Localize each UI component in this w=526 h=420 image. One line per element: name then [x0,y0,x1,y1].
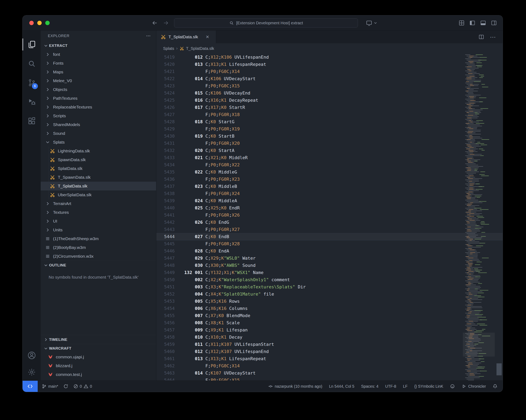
code-line[interactable]: 5455 007 C;X7;K0 BlendMode [156,312,503,319]
tree-item[interactable]: Fonts [41,59,156,68]
code-line[interactable]: 5424 015 C;K106 UVDecayEnd [156,90,503,97]
tab-t-splatdata[interactable]: T_SplatData.slk × [156,31,216,43]
zoom-window-button[interactable] [45,21,50,25]
code-line[interactable]: 5425 016 C;X16;K1 DecayRepeat [156,97,503,104]
debug-activity-button[interactable] [22,92,41,112]
code-line[interactable]: 5459 011 C;X11;K107 UVLifespanStart [156,341,503,348]
customize-layout-button[interactable] [458,20,465,26]
section-extract[interactable]: EXTRACT [41,41,156,50]
code-line[interactable]: 5458 010 C;X10;K1 Decay [156,334,503,341]
tree-item[interactable]: (2)BootyBay.w3m [41,243,156,252]
code-line[interactable]: 5423 F;P0;FG0C;X15 [156,82,503,90]
tree-item[interactable]: ReplaceableTextures [41,103,156,112]
code-line[interactable]: 5450 002 C;X2;K"WaterSplashOnly1" commen… [156,276,503,283]
code-line[interactable]: 5452 004 C;X4;K"Splat01Mature" file [156,291,503,298]
toggle-panel-button[interactable] [480,20,486,26]
section-outline[interactable]: OUTLINE [41,261,156,269]
tree-item[interactable]: Scripts [41,112,156,120]
warcraft-file-item[interactable]: common.ujapi.j [41,353,156,361]
code-line[interactable]: 5436 F;P0;FG0R;X23 [156,176,503,183]
tree-item[interactable]: UI [41,217,156,225]
account-button[interactable] [22,347,41,364]
explorer-activity-button[interactable] [22,35,41,54]
code-line[interactable]: 5432 020 C;K0 StartA [156,147,503,154]
nav-back-button[interactable] [152,20,158,26]
code-line[interactable]: 5442 026 C;K0 EndG [156,219,503,226]
eol-status[interactable]: LF [403,384,408,389]
code-line[interactable]: 5462 F;P0;FG0C;X14 [156,362,503,369]
code-line[interactable]: 5429 F;P0;FG0R;X19 [156,125,503,133]
close-window-button[interactable] [29,21,34,25]
tree-item[interactable]: T_SpawnData.slk [41,173,156,182]
code-line[interactable]: 5422 014 C;K106 UVDecayStart [156,75,503,82]
tree-item[interactable]: UberSplatData.slk [41,190,156,199]
branch-status[interactable]: main* [42,384,58,389]
code-line[interactable]: 5447 029 C;X29;K"WSL0" Water [156,255,503,262]
code-line[interactable]: 5448 030 C;X30;K"AWBS" Sound [156,262,503,269]
tree-item[interactable]: Splats [41,138,156,147]
section-timeline[interactable]: TIMELINE [41,335,156,344]
code-line[interactable]: 5428 018 C;K0 StartG [156,118,503,125]
split-editor-button[interactable] [478,34,484,40]
settings-button[interactable] [22,364,41,380]
tree-item[interactable]: Textures [41,208,156,217]
source-control-activity-button[interactable]: 6 [22,73,41,92]
problems-status[interactable]: 0 0 [73,384,92,389]
toggle-secondary-sidebar-button[interactable] [491,20,497,26]
code-editor[interactable]: 5419 012 C;X12;K106 UVLifespanEnd5420 01… [156,54,503,380]
tab-close-icon[interactable]: × [206,34,209,40]
profile-button[interactable] [366,20,377,26]
section-warcraft[interactable]: WARCRAFT [41,344,156,353]
cursor-position-status[interactable]: Ln 5444, Col 5 [329,384,354,389]
tree-item[interactable]: Objects [41,85,156,94]
tree-item[interactable]: T_SplatData.slk [41,182,156,190]
code-line[interactable]: 5457 009 C;X9;K1 Lifespan [156,327,503,334]
extensions-activity-button[interactable] [22,112,41,131]
code-line[interactable]: 5426 017 C;X17;K0 StartR [156,104,503,111]
code-line[interactable]: 5420 013 C;X13;K1 LifespanRepeat [156,61,503,68]
tree-item[interactable]: Maps [41,68,156,76]
code-line[interactable]: 5431 F;P0;FG0R;X20 [156,140,503,147]
code-line[interactable]: 5446 028 C;K0 EndA [156,247,503,255]
code-line[interactable]: 5427 F;P0;FG0R;X18 [156,111,503,118]
explorer-actions-button[interactable] [146,33,151,39]
code-line[interactable]: 5464 F;P0;FG0C;X15 [156,377,503,380]
code-line[interactable]: 5444 027 C;K0 EndB [156,233,503,240]
code-line[interactable]: 5451 003 C;X3;K"ReplaceableTextures\Spla… [156,283,503,291]
code-line[interactable]: 5460 012 C;X12;K107 UVLifespanEnd [156,348,503,355]
remote-indicator[interactable] [22,381,38,392]
code-line[interactable]: 5445 F;P0;FG0R;X28 [156,240,503,247]
code-line[interactable]: 5437 023 C;K0 MiddleB [156,183,503,190]
sync-status[interactable] [63,384,68,389]
search-activity-button[interactable] [22,54,41,73]
breadcrumb-folder[interactable]: Splats [163,46,174,51]
tree-item[interactable]: Sound [41,129,156,138]
code-line[interactable]: 5421 F;P0;FG0C;X14 [156,68,503,75]
code-line[interactable]: 5449132 001 C;Y132;X1;K"WSX1" Name [156,269,503,276]
code-line[interactable]: 5461 013 C;X13;K1 LifespanRepeat [156,355,503,362]
warcraft-file-item[interactable]: blizzard.j [41,361,156,370]
code-line[interactable]: 5434 F;P0;FG0R;X22 [156,161,503,169]
code-line[interactable]: 5456 008 C;X8;K1 Scale [156,319,503,327]
command-center-search[interactable]: [Extension Development Host] extract [174,18,358,28]
nav-forward-button[interactable] [163,20,169,26]
chronicler-status[interactable]: Chronicler [462,384,486,389]
code-line[interactable]: 5453 005 C;X5;K16 Rows [156,298,503,305]
code-line[interactable]: 5440 025 C;X25;K0 EndR [156,205,503,212]
tree-item[interactable]: (1)TheDeathSheep.w3m [41,234,156,243]
minimap-slider[interactable] [463,333,495,357]
code-line[interactable]: 5430 019 C;K0 StartB [156,133,503,140]
code-line[interactable]: 5441 F;P0;FG0R;X26 [156,212,503,219]
code-line[interactable]: 5435 022 C;K0 MiddleG [156,169,503,176]
tree-item[interactable]: font [41,50,156,59]
warcraft-file-item[interactable]: common.test.j [41,370,156,379]
tree-item[interactable]: Units [41,225,156,234]
code-line[interactable]: 5438 F;P0;FG0R;X24 [156,190,503,197]
tree-item[interactable]: PathTextures [41,94,156,103]
tree-item[interactable]: LightningData.slk [41,147,156,155]
tree-item[interactable]: SharedModels [41,120,156,129]
toggle-sidebar-button[interactable] [469,20,475,26]
encoding-status[interactable]: UTF-8 [385,384,396,389]
editor-actions-button[interactable]: ⋯ [490,33,496,41]
code-line[interactable]: 5454 006 C;X6;K16 Columns [156,305,503,312]
